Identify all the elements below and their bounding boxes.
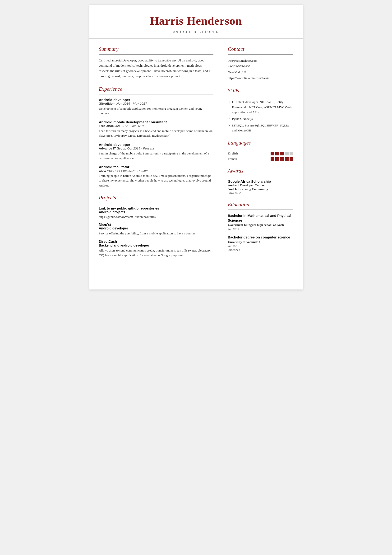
header-line-left — [104, 32, 169, 32]
exp-title-3: Android developer — [99, 143, 214, 147]
lang-dots-english — [271, 152, 293, 155]
exp-company-line-2: Freelance Jun 2017 - Oct 2019 — [99, 124, 214, 128]
project-subtitle-3: Backend and android developer — [99, 243, 214, 247]
summary-divider — [99, 54, 214, 55]
exp-company-line-4: GDG Yaounde Feb 2014 - Present — [99, 169, 214, 173]
exp-company-4: GDG Yaounde — [99, 169, 121, 173]
job-title: ANDROID DEVELOPER — [173, 30, 219, 34]
resume-header: Harris Henderson ANDROID DEVELOPER — [89, 5, 303, 39]
dot-f5 — [290, 157, 293, 161]
experience-divider — [99, 94, 214, 95]
exp-dates-1: Nov 2016 - May 2017 — [116, 102, 147, 105]
subtitle-line: ANDROID DEVELOPER — [104, 30, 289, 34]
exp-title-2: Android mobile development consultant — [99, 120, 214, 124]
lang-row-english: English — [228, 152, 293, 155]
edu-school-1: Goverment bilingual high school of Kaele — [228, 223, 293, 227]
projects-divider — [99, 203, 214, 203]
experience-section: Experience Android developer GiftedMom N… — [99, 86, 214, 188]
skill-item-3: MYSQL, PostgreSql, SQLSERVER, SQLite and… — [232, 123, 293, 133]
project-item-1: Link to my public github repositories An… — [99, 206, 214, 219]
left-column: Summary Certified android Developer, goo… — [99, 46, 214, 265]
awards-section: Awards Google Africa Scholarship Android… — [228, 168, 293, 195]
education-title: Education — [228, 201, 293, 208]
award-main-title: Google Africa Scholarship — [228, 180, 293, 183]
project-desc-3: Allows users to send communication credi… — [99, 248, 214, 258]
edu-date-2: Jun 2016 — [228, 244, 293, 248]
contact-location: New York, US — [228, 70, 293, 75]
edu-degree-1: Bachelor in Mathematical and Physical Sc… — [228, 213, 293, 223]
exp-desc-3: I am in charge of the mobile pole, I am … — [99, 151, 214, 161]
exp-dates-2: Jun 2017 - Oct 2019 — [114, 124, 143, 128]
dot-e3 — [280, 152, 284, 155]
edu-degree-2: Bachelor degree on computer science — [228, 235, 293, 240]
dot-f2 — [275, 157, 279, 161]
dot-e5 — [290, 152, 293, 155]
project-title-3: DirectCash — [99, 240, 214, 243]
edu-extra-2: undefined — [228, 248, 293, 252]
exp-desc-1: Development of a mobile application for … — [99, 106, 214, 116]
award-line3: Andela Learning Community — [228, 187, 293, 191]
edu-school-2: University of Yaounde 1 — [228, 240, 293, 244]
lang-english: English — [228, 152, 247, 155]
summary-title: Summary — [99, 46, 214, 52]
edu-item-1: Bachelor in Mathematical and Physical Sc… — [228, 213, 293, 231]
exp-desc-4: Training people in native Android mobile… — [99, 174, 214, 188]
exp-item-4: Android facilitator GDG Yaounde Feb 2014… — [99, 165, 214, 188]
exp-item-3: Android developer Advance IT Group Oct 2… — [99, 143, 214, 161]
skills-title: Skills — [228, 88, 293, 94]
exp-desc-2: I had to work on many projects as a back… — [99, 129, 214, 138]
exp-title-4: Android facilitator — [99, 165, 214, 169]
edu-item-2: Bachelor degree on computer science Univ… — [228, 235, 293, 252]
exp-dates-3: Oct 2019 - Present — [127, 147, 154, 150]
education-section: Education Bachelor in Mathematical and P… — [228, 201, 293, 252]
edu-date-1: Jun 2012 — [228, 227, 293, 231]
dot-e1 — [271, 152, 274, 155]
awards-divider — [228, 176, 293, 176]
resume-container: Harris Henderson ANDROID DEVELOPER Summa… — [89, 5, 303, 290]
dot-f3 — [280, 157, 284, 161]
projects-title: Projects — [99, 195, 214, 201]
skills-divider — [228, 96, 293, 96]
dot-e2 — [275, 152, 279, 155]
dot-e4 — [285, 152, 289, 155]
skills-section: Skills Full stack developer .NET: WCF, E… — [228, 88, 293, 133]
right-column: Contact info@resumekraft.com +1-202-555-… — [223, 46, 293, 265]
languages-divider — [228, 148, 293, 148]
education-divider — [228, 210, 293, 210]
exp-company-line-1: GiftedMom Nov 2016 - May 2017 — [99, 102, 214, 105]
project-subtitle-1: Android projects — [99, 210, 214, 214]
contact-email: info@resumekraft.com — [228, 58, 293, 64]
lang-french: French — [228, 157, 247, 161]
contact-divider — [228, 54, 293, 55]
full-name: Harris Henderson — [104, 14, 289, 27]
skill-item-1: Full stack developer .NET: WCF, Entity F… — [232, 99, 293, 115]
contact-section: Contact info@resumekraft.com +1-202-555-… — [228, 46, 293, 81]
lang-dots-french — [271, 157, 293, 161]
contact-linkedin[interactable]: https://www.linkedin.com/harris — [228, 75, 293, 81]
project-title-2: Nkap'si — [99, 223, 214, 226]
exp-company-2: Freelance — [99, 124, 114, 128]
contact-title: Contact — [228, 46, 293, 52]
exp-company-1: GiftedMom — [99, 102, 116, 105]
languages-title: Languages — [228, 140, 293, 146]
project-item-3: DirectCash Backend and android developer… — [99, 240, 214, 258]
project-desc-2: Service offering the possibility, from a… — [99, 231, 214, 236]
contact-phone: +1-202-555-0135 — [228, 64, 293, 69]
project-link-1[interactable]: https://github.com/dyvban93?tab=reposito… — [99, 215, 214, 219]
dot-f1 — [271, 157, 274, 161]
exp-dates-4: Feb 2014 - Present — [121, 169, 149, 173]
lang-row-french: French — [228, 157, 293, 161]
project-subtitle-2: Android developer — [99, 226, 214, 230]
award-date: 2018-08-22 — [228, 191, 293, 195]
project-title-1: Link to my public github repositories — [99, 206, 214, 210]
skill-item-2: Python, Node.js — [232, 116, 293, 122]
experience-title: Experience — [99, 86, 214, 92]
projects-section: Projects Link to my public github reposi… — [99, 195, 214, 258]
header-line-right — [223, 32, 289, 32]
exp-title-1: Android developer — [99, 98, 214, 102]
summary-text: Certified android Developer, good abilit… — [99, 58, 214, 79]
summary-section: Summary Certified android Developer, goo… — [99, 46, 214, 79]
dot-f4 — [285, 157, 289, 161]
languages-section: Languages English French — [228, 140, 293, 161]
exp-company-3: Advance IT Group — [99, 147, 126, 150]
